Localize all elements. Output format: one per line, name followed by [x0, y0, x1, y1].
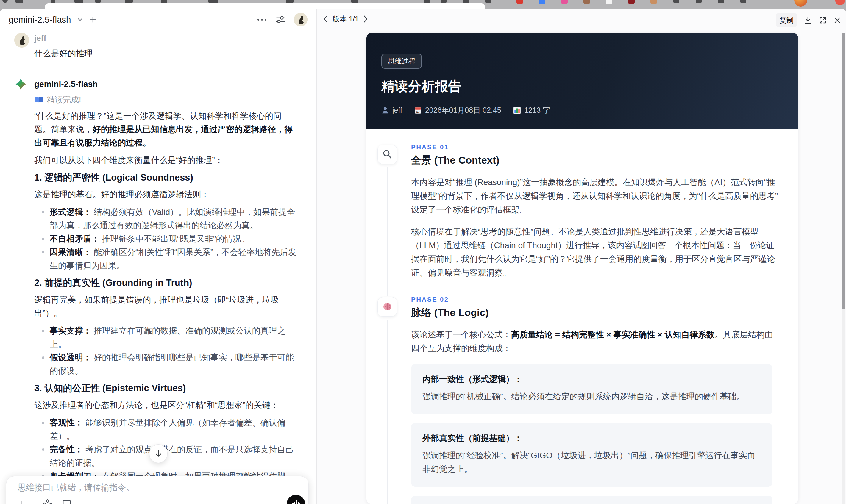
dimension-card-title: 内部一致性（形式逻辑）：: [422, 374, 761, 385]
close-icon[interactable]: [833, 16, 841, 24]
expand-fullscreen-icon[interactable]: [818, 16, 827, 24]
next-version-button[interactable]: [363, 15, 368, 23]
user-avatar: [14, 33, 29, 48]
attach-plus-button[interactable]: [16, 500, 26, 504]
status-icon-red: [516, 0, 523, 4]
paragraph: 我们可以从以下四个维度来衡量什么是“好的推理”：: [34, 154, 298, 167]
section-intro: 这涉及推理者的心态和方法论，也是区分“杠精”和“思想家”的关键：: [34, 398, 298, 412]
list-item: 客观性： 能够识别并尽量排除个人偏见（如幸存者偏差、确认偏差）。: [34, 416, 298, 443]
section-intro: 这是推理的基石。好的推理必须遵循逻辑法则：: [34, 188, 298, 201]
report-meta: jeff 17 2026年01月08日 02:45 1213 字: [381, 105, 783, 115]
status-icon: [696, 0, 702, 3]
spark-diamonds-icon[interactable]: [42, 498, 54, 504]
status-icon: [485, 0, 491, 3]
tune-settings-icon[interactable]: [275, 15, 285, 25]
bullet-list: 形式逻辑： 结构必须有效（Valid）。比如演绎推理中，如果前提全部为真，那么通…: [34, 205, 298, 272]
dimension-card-title: 外部真实性（前提基础）：: [422, 433, 761, 444]
artifact-toolbar: 版本 1/1 复制: [317, 9, 846, 30]
dimension-card: 外部真实性（前提基础）： 强调推理的“经验校准”。解决“GIGO（垃圾进，垃圾出…: [411, 423, 773, 487]
download-icon[interactable]: [804, 16, 812, 24]
status-icon: [673, 0, 679, 3]
status-icon: [424, 0, 430, 3]
menubar-glyph: [161, 0, 167, 3]
menubar-glyph: [51, 0, 55, 3]
section-heading: 2. 前提的真实性 (Grounding in Truth): [34, 277, 298, 289]
user-message: jeff 什么是好的推理: [14, 33, 299, 59]
dimension-card-body: 强调推理的“机械正确”。结论必须在给定的规则系统内逻辑自洽，这是推理的硬件基础。: [422, 390, 761, 403]
svg-text:17: 17: [416, 110, 419, 113]
dimension-card: 主体伦理（认识美德）： 转向推理者的心理特征。引入奥卡姆剃刀和反向论证，旨在克服…: [411, 496, 773, 504]
section-heading: 1. 逻辑的严密性 (Logical Soundness): [34, 172, 298, 184]
status-icon: [718, 0, 724, 3]
phase-paragraph: 核心情境在于解决“思考的随意性”问题。不论是人类通过批判性思维进行决策，还是大语…: [411, 225, 780, 280]
version-navigator: 版本 1/1: [323, 14, 368, 24]
status-icon-darkred: [628, 0, 635, 4]
phase-title: 脉络 (The Logic): [411, 306, 780, 320]
status-icon-tan: [650, 0, 657, 4]
status-icon: [463, 0, 469, 3]
menubar-glyph: [16, 0, 23, 3]
scrollbar-thumb[interactable]: [842, 33, 845, 309]
voice-input-button[interactable]: [287, 495, 305, 504]
copy-button[interactable]: 复制: [776, 13, 797, 28]
menubar-glyph: [95, 0, 101, 3]
message-composer[interactable]: [6, 476, 309, 504]
bookmark-icon[interactable]: [61, 499, 72, 504]
chevron-down-icon[interactable]: [76, 16, 84, 23]
menubar-glyph: [2, 0, 8, 3]
menubar-glyph: [351, 0, 358, 3]
message-input[interactable]: [18, 483, 262, 492]
brain-icon: [377, 297, 397, 317]
report-badge: 思维过程: [381, 54, 422, 69]
menubar-glyph: [286, 0, 294, 3]
phase-label: PHASE 01: [411, 143, 780, 151]
chat-header: gemini-2.5-flash: [0, 9, 316, 30]
new-chat-button[interactable]: [89, 16, 97, 23]
list-item: 假设透明： 好的推理会明确指明哪些是已知事实，哪些是基于可能的假设。: [34, 351, 298, 378]
report-body: PHASE 01 全景 (The Context) 本内容是对“推理 (Reas…: [367, 128, 798, 504]
word-count-meta: 1213 字: [513, 105, 550, 115]
assistant-status-text: 精读完成!: [47, 94, 81, 105]
more-options-icon[interactable]: [257, 18, 267, 21]
user-name: jeff: [34, 33, 92, 43]
phase-section-01: PHASE 01 全景 (The Context) 本内容是对“推理 (Reas…: [377, 143, 786, 280]
artifact-panel: 版本 1/1 复制: [317, 9, 846, 504]
status-icon-brown: [583, 0, 590, 4]
chat-panel: gemini-2.5-flash: [0, 9, 317, 504]
status-icon: [740, 0, 746, 3]
status-icon-white: [606, 0, 612, 4]
menubar-avatar: [794, 0, 807, 6]
user-message-text: 什么是好的推理: [34, 48, 92, 59]
scroll-to-bottom-button[interactable]: [149, 445, 168, 463]
phase-title: 全景 (The Context): [411, 154, 780, 167]
assistant-name: gemini-2.5-flash: [34, 79, 98, 89]
phase-section-02: PHASE 02 脉络 (The Logic) 该论述基于一个核心公式：高质量结…: [377, 296, 786, 504]
conversation-title[interactable]: gemini-2.5-flash: [8, 15, 71, 25]
artifact-document[interactable]: 思维过程 精读分析报告 jeff 17 2026年01月08日 02:45 12…: [367, 33, 798, 504]
magnifier-icon: [377, 145, 397, 164]
section-heading: 3. 认知的公正性 (Epistemic Virtues): [34, 382, 298, 394]
bullet-list: 事实支撑： 推理建立在可靠的数据、准确的观测或公认的真理之上。 假设透明： 好的…: [34, 324, 298, 378]
report-title: 精读分析报告: [381, 78, 783, 95]
status-icon-pink: [561, 0, 568, 4]
status-icon-blue: [539, 0, 545, 4]
status-icon: [441, 0, 446, 3]
book-icon: [34, 96, 43, 104]
menubar-glyph: [208, 0, 218, 3]
person-icon: [381, 107, 389, 114]
chat-scroll-area[interactable]: jeff 什么是好的推理 gemini-2.5-flash: [0, 29, 316, 504]
author-meta: jeff: [381, 106, 402, 114]
user-avatar[interactable]: [294, 13, 307, 26]
app-window: gemini-2.5-flash: [0, 9, 846, 504]
assistant-message-body: “什么是好的推理？”这是一个涉及逻辑学、认知科学和哲学核心的问题。简单来说，好的…: [34, 109, 298, 504]
phase-paragraph: 本内容是对“推理 (Reasoning)”这一抽象概念的高层建模。在知识爆炸与人…: [411, 176, 780, 217]
list-item: 因果清晰： 能准确区分“相关性”和“因果关系”，不会轻率地将先后发生的事情归为因…: [34, 246, 298, 272]
timeline-connector: [387, 320, 388, 504]
menubar-glyph: [74, 0, 83, 3]
status-icon-orange: [835, 0, 845, 5]
section-intro: 逻辑再完美，如果前提是错误的，推理也是垃圾（即“垃圾进，垃圾出”）。: [34, 293, 298, 320]
previous-version-button[interactable]: [323, 15, 328, 23]
list-item: 事实支撑： 推理建立在可靠的数据、准确的观测或公认的真理之上。: [34, 324, 298, 351]
assistant-status: 精读完成!: [34, 94, 299, 105]
dimension-card: 内部一致性（形式逻辑）： 强调推理的“机械正确”。结论必须在给定的规则系统内逻辑…: [411, 364, 773, 414]
